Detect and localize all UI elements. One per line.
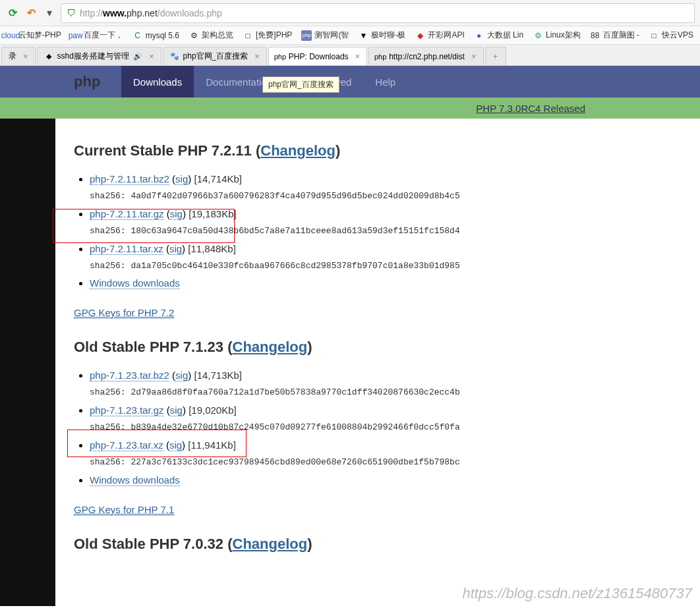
bookmark-label: 大数据 Lin: [487, 30, 523, 41]
php-logo[interactable]: php: [74, 66, 100, 97]
sig-link[interactable]: sig: [170, 404, 183, 416]
file-size: [11,941Kb]: [188, 439, 236, 451]
bookmark-item[interactable]: ●大数据 Lin: [474, 30, 523, 41]
sig-link[interactable]: sig: [175, 173, 188, 185]
tab-strip: 录×◆sshd服务搭建与管理🔊×🐾php官网_百度搜索×phpPHP: Down…: [0, 45, 700, 66]
browser-tab[interactable]: ◆sshd服务搭建与管理🔊×: [37, 47, 161, 65]
sig-link[interactable]: sig: [169, 439, 182, 451]
release-banner: PHP 7.3.0RC4 Released: [0, 97, 700, 119]
bookmark-icon: 88: [590, 30, 600, 41]
tab-title: sshd服务搭建与管理: [57, 51, 129, 62]
bookmark-item[interactable]: □快云VPS: [649, 30, 693, 41]
refresh-icon[interactable]: ⟳: [5, 6, 20, 20]
sha256-hash: sha256: 2d79aa86d8f0faa760a712a1d7be50b5…: [90, 387, 460, 397]
bookmark-icon: □: [243, 30, 253, 41]
new-tab-button[interactable]: +: [485, 47, 506, 65]
tab-title: http://cn2.php.net/dist: [389, 52, 465, 61]
file-size: [19,020Kb]: [189, 404, 237, 416]
close-icon[interactable]: ×: [254, 51, 260, 61]
close-icon[interactable]: ×: [471, 51, 477, 61]
close-icon[interactable]: ×: [355, 51, 361, 61]
bookmark-icon: □: [649, 30, 659, 41]
sha256-hash: sha256: 180c63a9647c0a50d438b6bd5c7a8e7a…: [90, 226, 460, 236]
section-heading: Current Stable PHP 7.2.11 (Changelog): [74, 142, 682, 159]
download-link[interactable]: php-7.1.23.tar.bz2: [90, 370, 169, 381]
sha256-hash: sha256: b839a4de32e6770d10b87c2495c070d0…: [90, 422, 460, 432]
download-link[interactable]: php-7.2.11.tar.xz: [90, 243, 163, 255]
bookmark-icon: ⚙: [533, 30, 543, 41]
tab-favicon: php: [276, 52, 285, 61]
bookmark-item[interactable]: paw百度一下，: [71, 30, 123, 41]
shield-icon: ⛉: [67, 8, 76, 18]
browser-tab[interactable]: 录×: [1, 47, 36, 65]
bookmark-icon: paw: [71, 30, 81, 41]
browser-tab[interactable]: phpPHP: Downloads×: [268, 47, 367, 65]
tab-title: php官网_百度搜索: [183, 51, 248, 62]
bookmark-item[interactable]: □[免费]PHP: [243, 30, 292, 41]
banner-link[interactable]: PHP 7.3.0RC4 Released: [476, 103, 585, 114]
dropdown-icon[interactable]: ▾: [42, 6, 57, 20]
sound-icon: 🔊: [133, 52, 142, 61]
file-size: [14,714Kb]: [194, 173, 242, 184]
bookmark-item[interactable]: ⚙Linux架构: [533, 30, 581, 41]
bookmark-icon: ◆: [415, 30, 425, 41]
file-item: php-7.2.11.tar.bz2 (sig) [14,714Kb]sha25…: [90, 171, 682, 204]
bookmark-label: 架构总览: [202, 30, 233, 41]
sha256-hash: sha256: 4a0d7f402d07966b37a600796283f4ca…: [90, 191, 460, 201]
bookmarks-bar: cloud云知梦-PHPpaw百度一下，Cmysql 5.6⚙架构总览□[免费]…: [0, 26, 700, 45]
windows-downloads-link[interactable]: Windows downloads: [90, 474, 180, 486]
download-link[interactable]: php-7.2.11.tar.bz2: [90, 173, 169, 185]
bookmark-label: 极时聊-极: [371, 30, 405, 41]
download-link[interactable]: php-7.1.23.tar.xz: [90, 439, 163, 451]
bookmark-icon: ●: [474, 30, 484, 41]
browser-toolbar: ⟳ ↶ ▾ ⛉ http://www.php.net/downloads.php: [0, 0, 700, 26]
gpg-keys-link[interactable]: GPG Keys for PHP 7.1: [74, 504, 174, 516]
undo-icon[interactable]: ↶: [24, 6, 38, 20]
bookmark-label: 测智网(智: [314, 30, 349, 41]
sig-link[interactable]: sig: [170, 208, 183, 220]
close-icon[interactable]: ×: [149, 51, 154, 61]
bookmark-label: 开彩网API: [428, 30, 464, 41]
nav-item-help[interactable]: Help: [363, 66, 407, 97]
windows-downloads-link[interactable]: Windows downloads: [90, 277, 180, 289]
left-margin: [0, 119, 55, 606]
bookmark-item[interactable]: Cmysql 5.6: [132, 30, 179, 41]
sig-link[interactable]: sig: [169, 243, 182, 255]
changelog-link[interactable]: Changelog: [233, 536, 308, 552]
bookmark-item[interactable]: php测智网(智: [301, 30, 349, 41]
bookmark-icon: php: [301, 30, 312, 41]
bookmark-label: Linux架构: [546, 30, 581, 41]
bookmark-item[interactable]: ⚙架构总览: [189, 30, 233, 41]
section-heading: Old Stable PHP 7.1.23 (Changelog): [74, 339, 682, 356]
bookmark-item[interactable]: 88百度脑图 -: [590, 30, 639, 41]
file-list: php-7.2.11.tar.bz2 (sig) [14,714Kb]sha25…: [74, 171, 682, 291]
url-text: http://www.php.net/downloads.php: [80, 8, 222, 18]
main-content: Current Stable PHP 7.2.11 (Changelog)php…: [55, 119, 700, 606]
download-link[interactable]: php-7.1.23.tar.gz: [90, 404, 164, 416]
address-bar[interactable]: ⛉ http://www.php.net/downloads.php: [61, 3, 695, 23]
bookmark-label: 快云VPS: [662, 30, 693, 41]
sig-link[interactable]: sig: [175, 370, 188, 381]
close-icon[interactable]: ×: [23, 51, 28, 61]
changelog-link[interactable]: Changelog: [233, 339, 308, 355]
file-item: php-7.1.23.tar.gz (sig) [19,020Kb]sha256…: [90, 403, 682, 435]
bookmark-icon: ⚙: [189, 30, 199, 41]
changelog-link[interactable]: Changelog: [260, 142, 335, 159]
download-link[interactable]: php-7.2.11.tar.gz: [90, 208, 164, 220]
bookmark-item[interactable]: ◆开彩网API: [415, 30, 464, 41]
gpg-keys-link[interactable]: GPG Keys for PHP 7.2: [74, 307, 174, 319]
browser-tab[interactable]: phphttp://cn2.php.net/dist×: [368, 47, 483, 65]
sha256-hash: sha256: da1a705c0bc46410e330fc6baa967666…: [90, 261, 460, 271]
file-item: php-7.1.23.tar.xz (sig) [11,941Kb]sha256…: [90, 437, 682, 470]
site-navbar: php DownloadsDocumentationGet InvolvedHe…: [0, 66, 700, 97]
tab-title: PHP: Downloads: [289, 52, 349, 61]
file-item: Windows downloads: [90, 472, 682, 488]
bookmark-item[interactable]: ▼极时聊-极: [358, 30, 405, 41]
browser-tab[interactable]: 🐾php官网_百度搜索×: [163, 47, 267, 65]
nav-item-downloads[interactable]: Downloads: [121, 66, 194, 97]
bookmark-icon: C: [132, 30, 143, 41]
bookmark-item[interactable]: cloud云知梦-PHP: [5, 30, 61, 41]
file-item: Windows downloads: [90, 275, 682, 291]
section-heading: Old Stable PHP 7.0.32 (Changelog): [74, 536, 682, 553]
file-item: php-7.2.11.tar.xz (sig) [11,848Kb]sha256…: [90, 241, 682, 273]
